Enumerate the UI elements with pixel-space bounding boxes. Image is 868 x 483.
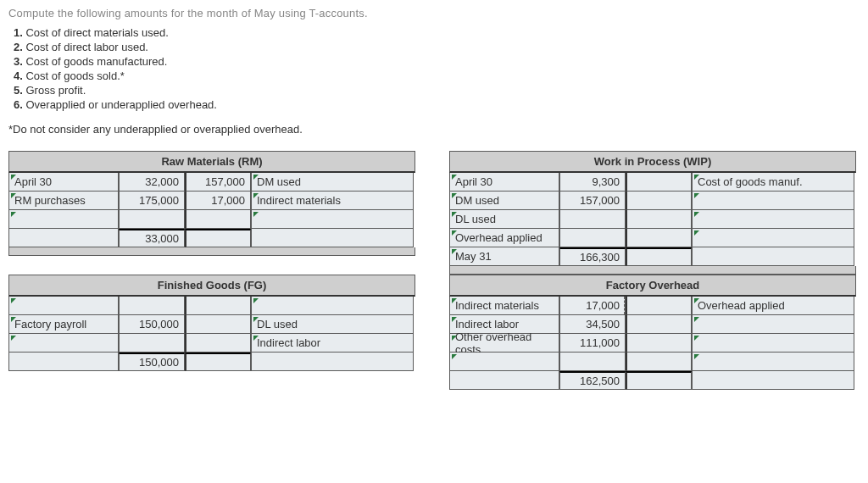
- fg-row-label[interactable]: Factory payroll: [8, 315, 119, 334]
- wip-row-label[interactable]: May 31: [449, 247, 559, 266]
- oh-row-desc[interactable]: [692, 353, 854, 371]
- oh-row-label[interactable]: [449, 353, 559, 371]
- rm-total-credit: [185, 229, 251, 247]
- fg-title: Finished Goods (FG): [8, 275, 415, 297]
- fg-credit-input[interactable]: [185, 334, 251, 353]
- oh-debit-input[interactable]: 34,500: [559, 315, 626, 334]
- rm-row-label[interactable]: [8, 210, 119, 229]
- t-account-wip: Work in Process (WIP) April 30 9,300 Cos…: [449, 151, 856, 275]
- list-item: Cost of goods manufactured.: [25, 55, 167, 68]
- wip-row-desc[interactable]: Cost of goods manuf.: [692, 173, 854, 192]
- rm-row-label[interactable]: RM purchases: [8, 192, 119, 210]
- wip-debit-input[interactable]: 157,000: [559, 192, 626, 210]
- wip-credit-input[interactable]: [626, 210, 692, 229]
- list-item: Cost of goods sold.*: [25, 69, 124, 82]
- fg-debit-input[interactable]: [119, 334, 185, 353]
- oh-title: Factory Overhead: [449, 275, 856, 297]
- oh-total-debit: 162,500: [559, 371, 626, 390]
- oh-row-desc[interactable]: [692, 315, 854, 334]
- fg-total-debit: 150,000: [119, 353, 185, 371]
- oh-credit-input[interactable]: [626, 353, 692, 371]
- oh-debit-input[interactable]: [559, 353, 626, 371]
- oh-total-desc: [692, 371, 854, 390]
- wip-credit-input[interactable]: [626, 192, 692, 210]
- fg-row-desc[interactable]: [251, 297, 414, 315]
- wip-credit-input[interactable]: [626, 173, 692, 192]
- wip-debit-input[interactable]: [559, 210, 626, 229]
- rm-total-desc: [251, 229, 414, 247]
- wip-debit-input[interactable]: 9,300: [559, 173, 626, 192]
- rm-credit-input[interactable]: 17,000: [185, 192, 251, 210]
- wip-row-label[interactable]: Overhead applied: [449, 229, 559, 247]
- wip-row-desc[interactable]: [692, 210, 854, 229]
- wip-total-debit: 166,300: [559, 247, 626, 266]
- wip-row-label[interactable]: DM used: [449, 192, 559, 210]
- fg-row-label[interactable]: [8, 297, 119, 315]
- fg-credit-input[interactable]: [185, 297, 251, 315]
- rm-debit-input[interactable]: 175,000: [119, 192, 185, 210]
- fg-total-credit: [185, 353, 251, 371]
- wip-row-label[interactable]: April 30: [449, 173, 559, 192]
- wip-row-desc[interactable]: [692, 192, 854, 210]
- instruction-text: Compute the following amounts for the mo…: [8, 7, 860, 19]
- t-account-fg: Finished Goods (FG) Factory payroll 150,…: [8, 275, 415, 390]
- oh-credit-input[interactable]: [626, 334, 692, 353]
- rm-debit-input[interactable]: 32,000: [119, 173, 185, 192]
- wip-row-desc[interactable]: [692, 229, 854, 247]
- wip-total-credit: [626, 247, 692, 266]
- wip-total-desc: [692, 247, 854, 266]
- rm-row-label[interactable]: April 30: [8, 173, 119, 192]
- wip-row-label[interactable]: DL used: [449, 210, 559, 229]
- list-item: Overapplied or underapplied overhead.: [25, 98, 217, 111]
- fg-row-desc[interactable]: DL used: [251, 315, 414, 334]
- oh-row-desc[interactable]: Overhead applied: [692, 297, 854, 315]
- fg-debit-input[interactable]: [119, 297, 185, 315]
- list-item: Cost of direct materials used.: [25, 26, 168, 39]
- wip-title: Work in Process (WIP): [449, 151, 856, 173]
- oh-credit-input[interactable]: [626, 297, 692, 315]
- rm-total-label: [8, 229, 119, 247]
- oh-row-desc[interactable]: [692, 334, 854, 353]
- t-account-overhead: Factory Overhead Indirect materials 17,0…: [449, 275, 856, 390]
- separator: [8, 247, 415, 256]
- wip-debit-input[interactable]: [559, 229, 626, 247]
- fg-credit-input[interactable]: [185, 315, 251, 334]
- separator: [449, 266, 856, 275]
- t-accounts-grid: Raw Materials (RM) April 30 32,000 157,0…: [8, 151, 860, 390]
- list-item: Gross profit.: [25, 84, 86, 97]
- rm-row-desc[interactable]: DM used: [251, 173, 414, 192]
- rm-credit-input[interactable]: 157,000: [185, 173, 251, 192]
- oh-debit-input[interactable]: 17,000: [559, 297, 626, 315]
- list-item: Cost of direct labor used.: [25, 41, 148, 53]
- fg-debit-input[interactable]: 150,000: [119, 315, 185, 334]
- rm-row-desc[interactable]: Indirect materials: [251, 192, 414, 210]
- footnote: *Do not consider any underapplied or ove…: [8, 123, 860, 136]
- oh-row-label[interactable]: Other overhead costs: [449, 334, 559, 353]
- rm-total-debit: 33,000: [119, 229, 185, 247]
- fg-row-desc[interactable]: Indirect labor: [251, 334, 414, 353]
- oh-debit-input[interactable]: 111,000: [559, 334, 626, 353]
- oh-total-label: [449, 371, 559, 390]
- oh-row-label[interactable]: Indirect materials: [449, 297, 559, 315]
- wip-credit-input[interactable]: [626, 229, 692, 247]
- fg-row-label[interactable]: [8, 334, 119, 353]
- fg-total-label: [8, 353, 119, 371]
- rm-title: Raw Materials (RM): [8, 151, 415, 173]
- rm-row-desc[interactable]: [251, 210, 414, 229]
- rm-credit-input[interactable]: [185, 210, 251, 229]
- fg-total-desc: [251, 353, 414, 371]
- oh-credit-input[interactable]: [626, 315, 692, 334]
- rm-debit-input[interactable]: [119, 210, 185, 229]
- oh-total-credit: [626, 371, 692, 390]
- question-list: 1. Cost of direct materials used. 2. Cos…: [14, 26, 860, 111]
- t-account-rm: Raw Materials (RM) April 30 32,000 157,0…: [8, 151, 415, 275]
